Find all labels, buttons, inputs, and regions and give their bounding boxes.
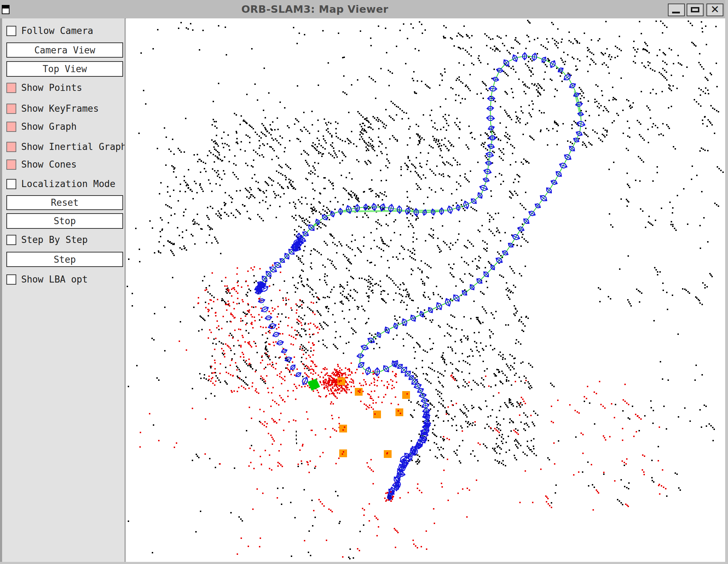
checkbox-follow-camera[interactable]: Follow Camera	[6, 25, 93, 36]
minimize-button[interactable]	[668, 4, 685, 16]
top-view-button[interactable]: Top View	[6, 61, 123, 77]
checkbox-box[interactable]	[6, 179, 16, 189]
checkbox-box[interactable]	[6, 235, 16, 245]
control-panel: Follow Camera Camera View Top View Show …	[0, 18, 125, 564]
checkbox-label: Show Inertial Graph	[21, 141, 125, 152]
checkbox-show-inertial-graph[interactable]: Show Inertial Graph	[6, 141, 125, 152]
checkbox-box[interactable]	[6, 159, 16, 170]
checkbox-show-lba-opt[interactable]: Show LBA opt	[6, 274, 88, 285]
checkbox-step-by-step[interactable]: Step By Step	[6, 234, 88, 245]
step-button[interactable]: Step	[6, 252, 123, 267]
checkbox-show-points[interactable]: Show Points	[6, 82, 82, 93]
orb-slam3-map-viewer-window: ORB-SLAM3: Map Viewer ✕ Follow Camera Ca…	[0, 0, 728, 564]
checkbox-label: Localization Mode	[21, 179, 115, 189]
checkbox-label: Follow Camera	[21, 25, 93, 36]
checkbox-label: Step By Step	[21, 234, 88, 245]
checkbox-box[interactable]	[6, 26, 16, 36]
checkbox-show-cones[interactable]: Show Cones	[6, 159, 77, 170]
stop-button[interactable]: Stop	[6, 213, 123, 229]
reset-button[interactable]: Reset	[6, 195, 123, 210]
checkbox-label: Show Graph	[21, 121, 77, 132]
checkbox-show-keyframes[interactable]: Show KeyFrames	[6, 103, 99, 114]
checkbox-box[interactable]	[6, 104, 16, 114]
maximize-button[interactable]	[687, 4, 704, 16]
point-cloud-canvas[interactable]	[126, 18, 725, 562]
checkbox-show-graph[interactable]: Show Graph	[6, 121, 77, 132]
window-frame-right	[725, 0, 728, 564]
window-frame-bottom	[0, 562, 728, 564]
close-icon: ✕	[707, 3, 723, 16]
checkbox-label: Show Points	[21, 82, 82, 93]
checkbox-box[interactable]	[6, 122, 16, 132]
checkbox-label: Show KeyFrames	[21, 103, 99, 114]
title-bar[interactable]: ORB-SLAM3: Map Viewer ✕	[0, 0, 728, 19]
checkbox-label: Show Cones	[21, 159, 77, 170]
checkbox-box[interactable]	[6, 274, 16, 285]
close-button[interactable]: ✕	[706, 4, 723, 16]
checkbox-label: Show LBA opt	[21, 274, 88, 285]
camera-view-button[interactable]: Camera View	[6, 42, 123, 58]
checkbox-box[interactable]	[6, 83, 16, 93]
window-title: ORB-SLAM3: Map Viewer	[0, 0, 630, 18]
checkbox-localization-mode[interactable]: Localization Mode	[6, 179, 115, 189]
map-viewport[interactable]	[126, 18, 725, 562]
checkbox-box[interactable]	[6, 142, 16, 152]
